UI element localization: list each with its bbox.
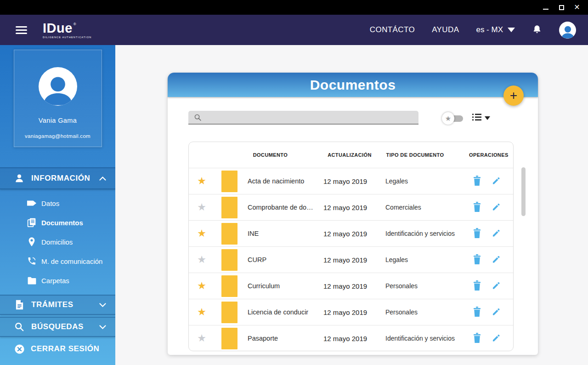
document-type: Legales	[384, 256, 469, 263]
close-button[interactable]: ✕	[571, 2, 582, 12]
help-link[interactable]: AYUDA	[432, 25, 459, 34]
sidebar-section-busquedas[interactable]: BÚSQUEDAS	[0, 317, 115, 337]
document-thumbnail[interactable]	[221, 275, 237, 297]
document-thumbnail[interactable]	[221, 171, 237, 192]
favorites-filter-toggle[interactable]: ★	[442, 112, 464, 125]
edit-button[interactable]	[492, 176, 501, 187]
app-window: ✕ IDue ® DILIGENCE AUTHENTICATION CONTÁC…	[0, 0, 588, 365]
contact-link[interactable]: CONTÁCTO	[370, 25, 415, 34]
edit-button[interactable]	[492, 202, 501, 213]
close-circle-icon	[14, 343, 25, 354]
view-selector-button[interactable]	[472, 114, 490, 122]
brand-name: IDue	[43, 22, 73, 35]
pencil-icon	[492, 202, 501, 213]
profile-email: vaniagamag@hotmail.com	[25, 133, 90, 139]
sidebar-item-carpetas[interactable]: Carpetas	[27, 271, 115, 290]
table-row: ★ Licencia de conducir 12 mayo 2019 Pers…	[189, 299, 513, 325]
star-icon: ★	[197, 175, 206, 187]
delete-button[interactable]	[473, 280, 481, 292]
edit-button[interactable]	[492, 307, 501, 318]
star-icon: ★	[197, 228, 206, 239]
section-label: TRÁMITES	[31, 300, 74, 309]
table-row: ★ Curriculum 12 mayo 2019 Personales	[189, 273, 513, 299]
favorite-star-button[interactable]: ★	[197, 255, 206, 265]
star-icon: ★	[197, 280, 206, 291]
section-label: BÚSQUEDAS	[31, 322, 84, 331]
bell-icon	[532, 24, 542, 36]
favorite-star-button[interactable]: ★	[197, 228, 206, 239]
logout-label: CERRAR SESIÓN	[31, 344, 100, 354]
notifications-button[interactable]	[532, 24, 542, 36]
delete-button[interactable]	[473, 176, 481, 187]
trash-icon	[473, 228, 481, 240]
page-title: Documentos	[310, 77, 396, 93]
document-thumbnail[interactable]	[221, 328, 237, 349]
scrollbar-thumb[interactable]	[521, 167, 526, 216]
favorite-star-button[interactable]: ★	[197, 281, 206, 291]
document-name: INE	[244, 230, 322, 237]
documents-panel: Documentos + ★	[168, 73, 538, 355]
document-updated: 12 mayo 2019	[322, 256, 384, 264]
table-row: ★ INE 12 mayo 2019 Identificación y serv…	[189, 220, 513, 246]
maximize-button[interactable]	[556, 2, 567, 12]
table-header-row: DOCUMENTO ACTUALIZACIÓN TIPO DE DOCUMENT…	[189, 142, 513, 168]
edit-button[interactable]	[492, 228, 501, 239]
chevron-down-icon	[508, 28, 515, 32]
search-input[interactable]	[204, 111, 415, 124]
star-icon: ★	[197, 306, 206, 318]
avatar-icon	[559, 22, 576, 39]
document-thumbnail[interactable]	[221, 249, 237, 271]
language-selector[interactable]: es - MX	[476, 25, 515, 34]
profile-avatar-icon	[39, 67, 77, 106]
tag-icon	[27, 198, 37, 208]
edit-button[interactable]	[492, 333, 501, 344]
favorite-star-button[interactable]: ★	[197, 202, 206, 212]
map-pin-icon	[27, 237, 37, 247]
document-updated: 12 mayo 2019	[322, 204, 384, 211]
sidebar-item-datos[interactable]: Datos	[27, 194, 115, 213]
document-updated: 12 mayo 2019	[322, 308, 384, 316]
document-thumbnail[interactable]	[221, 302, 237, 323]
delete-button[interactable]	[473, 307, 481, 318]
user-avatar-button[interactable]	[559, 22, 576, 39]
favorite-star-button[interactable]: ★	[197, 333, 206, 343]
document-thumbnail[interactable]	[221, 197, 237, 218]
table-row: ★ Comprobante de do… 12 mayo 2019 Comerc…	[189, 194, 513, 220]
sidebar-item-comunicacion[interactable]: M. de comunicación	[27, 251, 115, 271]
brand-tagline: DILIGENCE AUTHENTICATION	[43, 36, 91, 39]
col-header-documento: DOCUMENTO	[244, 152, 322, 158]
trash-icon	[473, 280, 481, 292]
document-type: Comerciales	[384, 204, 469, 211]
edit-button[interactable]	[492, 281, 501, 291]
trash-icon	[473, 333, 481, 344]
favorite-star-button[interactable]: ★	[197, 307, 206, 317]
search-icon	[194, 114, 202, 121]
sidebar-item-domicilios[interactable]: Domicilios	[27, 232, 115, 251]
delete-button[interactable]	[473, 333, 481, 344]
document-type: Personales	[384, 308, 469, 316]
document-updated: 12 mayo 2019	[322, 282, 384, 290]
phone-icon	[27, 256, 37, 266]
document-name: CURP	[244, 256, 322, 263]
favorite-star-button[interactable]: ★	[197, 176, 206, 186]
hamburger-menu-button[interactable]	[14, 24, 29, 36]
delete-button[interactable]	[473, 202, 481, 213]
sidebar-section-tramites[interactable]: TRÁMITES	[0, 295, 115, 315]
profile-card: Vania Gama vaniagamag@hotmail.com	[14, 50, 102, 147]
delete-button[interactable]	[473, 254, 481, 266]
trash-icon	[473, 202, 481, 213]
table-row: ★ Pasaporte 12 mayo 2019 Identificación …	[189, 325, 513, 351]
minimize-icon	[543, 9, 548, 10]
folder-icon	[27, 275, 37, 285]
sidebar-item-documentos[interactable]: Documentos	[27, 213, 115, 232]
col-header-tipo: TIPO DE DOCUMENTO	[384, 152, 469, 158]
minimize-button[interactable]	[540, 2, 551, 12]
delete-button[interactable]	[473, 228, 481, 240]
edit-button[interactable]	[492, 255, 501, 265]
document-thumbnail[interactable]	[221, 223, 237, 245]
logout-button[interactable]: CERRAR SESIÓN	[0, 339, 115, 359]
sidebar-section-informacion[interactable]: INFORMACIÓN	[0, 167, 115, 189]
trash-icon	[473, 307, 481, 318]
documents-icon	[27, 217, 37, 228]
add-document-button[interactable]: +	[503, 86, 524, 106]
